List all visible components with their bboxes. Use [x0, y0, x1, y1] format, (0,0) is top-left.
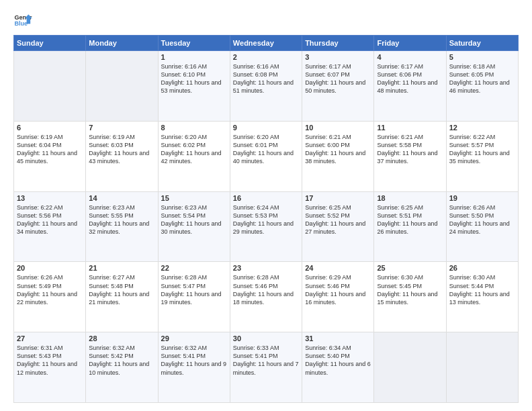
logo: General Blue: [13, 11, 32, 30]
calendar-cell: 6 Sunrise: 6:19 AMSunset: 6:04 PMDayligh…: [14, 121, 86, 191]
day-number: 2: [233, 53, 299, 61]
calendar-cell: 2 Sunrise: 6:16 AMSunset: 6:08 PMDayligh…: [230, 51, 302, 122]
calendar-cell: 26 Sunrise: 6:30 AMSunset: 5:44 PMDaylig…: [446, 262, 518, 332]
day-number: 6: [17, 124, 83, 132]
calendar-cell: 1 Sunrise: 6:16 AMSunset: 6:10 PMDayligh…: [158, 51, 230, 122]
cell-info: Sunrise: 6:31 AMSunset: 5:43 PMDaylight:…: [17, 344, 83, 377]
cell-info: Sunrise: 6:28 AMSunset: 5:46 PMDaylight:…: [233, 273, 299, 306]
day-number: 15: [161, 194, 227, 202]
cell-info: Sunrise: 6:17 AMSunset: 6:07 PMDaylight:…: [305, 62, 371, 95]
calendar-cell: 8 Sunrise: 6:20 AMSunset: 6:02 PMDayligh…: [158, 121, 230, 191]
day-number: 4: [377, 53, 443, 61]
day-number: 25: [377, 264, 443, 272]
calendar-cell: 30 Sunrise: 6:33 AMSunset: 5:41 PMDaylig…: [230, 332, 302, 403]
day-number: 27: [17, 334, 83, 342]
day-number: 18: [377, 194, 443, 202]
calendar-cell: 7 Sunrise: 6:19 AMSunset: 6:03 PMDayligh…: [86, 121, 158, 191]
cell-info: Sunrise: 6:30 AMSunset: 5:44 PMDaylight:…: [449, 273, 515, 306]
cell-info: Sunrise: 6:24 AMSunset: 5:53 PMDaylight:…: [233, 203, 299, 236]
weekday-header-row: SundayMondayTuesdayWednesdayThursdayFrid…: [14, 36, 519, 51]
calendar-table: SundayMondayTuesdayWednesdayThursdayFrid…: [13, 35, 519, 403]
cell-info: Sunrise: 6:29 AMSunset: 5:46 PMDaylight:…: [305, 273, 371, 306]
calendar-cell: 25 Sunrise: 6:30 AMSunset: 5:45 PMDaylig…: [374, 262, 446, 332]
weekday-header-monday: Monday: [86, 36, 158, 51]
day-number: 8: [161, 124, 227, 132]
cell-info: Sunrise: 6:30 AMSunset: 5:45 PMDaylight:…: [377, 273, 443, 306]
calendar-cell: 12 Sunrise: 6:22 AMSunset: 5:57 PMDaylig…: [446, 121, 518, 191]
week-row-4: 20 Sunrise: 6:26 AMSunset: 5:49 PMDaylig…: [14, 262, 519, 332]
day-number: 17: [305, 194, 371, 202]
calendar-cell: [86, 51, 158, 122]
cell-info: Sunrise: 6:32 AMSunset: 5:41 PMDaylight:…: [161, 344, 227, 377]
day-number: 28: [89, 334, 154, 342]
cell-info: Sunrise: 6:27 AMSunset: 5:48 PMDaylight:…: [89, 273, 154, 306]
cell-info: Sunrise: 6:22 AMSunset: 5:57 PMDaylight:…: [449, 133, 515, 166]
calendar-cell: [446, 332, 518, 403]
calendar-cell: 27 Sunrise: 6:31 AMSunset: 5:43 PMDaylig…: [14, 332, 86, 403]
calendar-cell: [14, 51, 86, 122]
day-number: 23: [233, 264, 299, 272]
logo-icon: General Blue: [13, 11, 32, 30]
weekday-header-thursday: Thursday: [302, 36, 374, 51]
cell-info: Sunrise: 6:32 AMSunset: 5:42 PMDaylight:…: [89, 344, 154, 377]
cell-info: Sunrise: 6:28 AMSunset: 5:47 PMDaylight:…: [161, 273, 227, 306]
cell-info: Sunrise: 6:17 AMSunset: 6:06 PMDaylight:…: [377, 62, 443, 95]
day-number: 14: [89, 194, 154, 202]
week-row-3: 13 Sunrise: 6:22 AMSunset: 5:56 PMDaylig…: [14, 191, 519, 262]
day-number: 5: [449, 53, 515, 61]
day-number: 21: [89, 264, 154, 272]
cell-info: Sunrise: 6:20 AMSunset: 6:01 PMDaylight:…: [233, 133, 299, 166]
cell-info: Sunrise: 6:16 AMSunset: 6:08 PMDaylight:…: [233, 62, 299, 95]
week-row-1: 1 Sunrise: 6:16 AMSunset: 6:10 PMDayligh…: [14, 51, 519, 122]
cell-info: Sunrise: 6:18 AMSunset: 6:05 PMDaylight:…: [449, 62, 515, 95]
calendar-cell: 18 Sunrise: 6:25 AMSunset: 5:51 PMDaylig…: [374, 191, 446, 262]
day-number: 30: [233, 334, 299, 342]
day-number: 1: [161, 53, 227, 61]
calendar-cell: 31 Sunrise: 6:34 AMSunset: 5:40 PMDaylig…: [302, 332, 374, 403]
week-row-5: 27 Sunrise: 6:31 AMSunset: 5:43 PMDaylig…: [14, 332, 519, 403]
day-number: 10: [305, 124, 371, 132]
calendar-cell: 29 Sunrise: 6:32 AMSunset: 5:41 PMDaylig…: [158, 332, 230, 403]
day-number: 11: [377, 124, 443, 132]
header: General Blue: [13, 11, 519, 30]
weekday-header-wednesday: Wednesday: [230, 36, 302, 51]
cell-info: Sunrise: 6:23 AMSunset: 5:54 PMDaylight:…: [161, 203, 227, 236]
calendar-cell: 24 Sunrise: 6:29 AMSunset: 5:46 PMDaylig…: [302, 262, 374, 332]
calendar-cell: 17 Sunrise: 6:25 AMSunset: 5:52 PMDaylig…: [302, 191, 374, 262]
calendar-cell: 22 Sunrise: 6:28 AMSunset: 5:47 PMDaylig…: [158, 262, 230, 332]
calendar-cell: 13 Sunrise: 6:22 AMSunset: 5:56 PMDaylig…: [14, 191, 86, 262]
day-number: 26: [449, 264, 515, 272]
calendar-cell: 9 Sunrise: 6:20 AMSunset: 6:01 PMDayligh…: [230, 121, 302, 191]
cell-info: Sunrise: 6:26 AMSunset: 5:50 PMDaylight:…: [449, 203, 515, 236]
day-number: 16: [233, 194, 299, 202]
cell-info: Sunrise: 6:26 AMSunset: 5:49 PMDaylight:…: [17, 273, 83, 306]
svg-text:Blue: Blue: [14, 20, 28, 27]
cell-info: Sunrise: 6:22 AMSunset: 5:56 PMDaylight:…: [17, 203, 83, 236]
calendar-cell: 19 Sunrise: 6:26 AMSunset: 5:50 PMDaylig…: [446, 191, 518, 262]
calendar-cell: 3 Sunrise: 6:17 AMSunset: 6:07 PMDayligh…: [302, 51, 374, 122]
calendar-cell: 16 Sunrise: 6:24 AMSunset: 5:53 PMDaylig…: [230, 191, 302, 262]
weekday-header-tuesday: Tuesday: [158, 36, 230, 51]
calendar-cell: [374, 332, 446, 403]
day-number: 22: [161, 264, 227, 272]
cell-info: Sunrise: 6:16 AMSunset: 6:10 PMDaylight:…: [161, 62, 227, 95]
day-number: 24: [305, 264, 371, 272]
cell-info: Sunrise: 6:19 AMSunset: 6:03 PMDaylight:…: [89, 133, 154, 166]
day-number: 12: [449, 124, 515, 132]
cell-info: Sunrise: 6:20 AMSunset: 6:02 PMDaylight:…: [161, 133, 227, 166]
calendar-cell: 11 Sunrise: 6:21 AMSunset: 5:58 PMDaylig…: [374, 121, 446, 191]
weekday-header-friday: Friday: [374, 36, 446, 51]
calendar-cell: 14 Sunrise: 6:23 AMSunset: 5:55 PMDaylig…: [86, 191, 158, 262]
cell-info: Sunrise: 6:25 AMSunset: 5:52 PMDaylight:…: [305, 203, 371, 236]
week-row-2: 6 Sunrise: 6:19 AMSunset: 6:04 PMDayligh…: [14, 121, 519, 191]
calendar-cell: 23 Sunrise: 6:28 AMSunset: 5:46 PMDaylig…: [230, 262, 302, 332]
weekday-header-sunday: Sunday: [14, 36, 86, 51]
cell-info: Sunrise: 6:25 AMSunset: 5:51 PMDaylight:…: [377, 203, 443, 236]
calendar-cell: 21 Sunrise: 6:27 AMSunset: 5:48 PMDaylig…: [86, 262, 158, 332]
cell-info: Sunrise: 6:19 AMSunset: 6:04 PMDaylight:…: [17, 133, 83, 166]
cell-info: Sunrise: 6:33 AMSunset: 5:41 PMDaylight:…: [233, 344, 299, 377]
day-number: 9: [233, 124, 299, 132]
calendar-cell: 10 Sunrise: 6:21 AMSunset: 6:00 PMDaylig…: [302, 121, 374, 191]
cell-info: Sunrise: 6:34 AMSunset: 5:40 PMDaylight:…: [305, 344, 371, 377]
day-number: 31: [305, 334, 371, 342]
